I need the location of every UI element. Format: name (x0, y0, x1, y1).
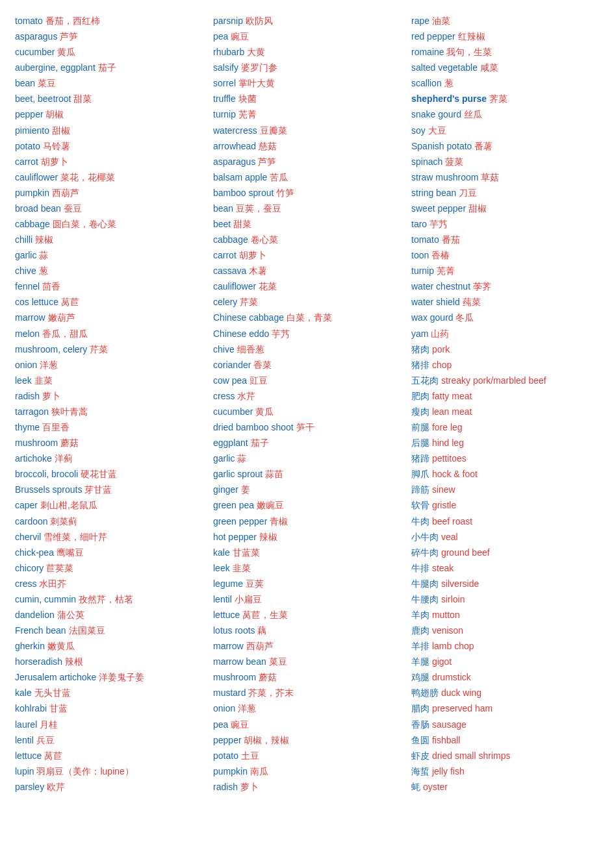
list-item: kale 无头甘蓝 (15, 685, 203, 701)
en-text: coriander (213, 360, 253, 370)
list-item: cabbage 圆白菜，卷心菜 (15, 216, 203, 232)
list-item: water chestnut 荸荠 (411, 279, 599, 294)
list-item: cress 水田芥 (15, 576, 203, 591)
list-item: turnip 芜菁 (411, 263, 599, 279)
list-item: carrot 胡萝卜 (15, 154, 203, 169)
list-item: chive 细香葱 (213, 341, 401, 357)
zh-text: 红辣椒 (458, 31, 485, 42)
zh-text: 荸荠 (473, 281, 491, 291)
en-text: radish (213, 782, 240, 792)
zh-text: 冬瓜 (455, 312, 474, 323)
zh-text: 芹菜 (240, 297, 258, 307)
en-text: turnip (213, 109, 238, 119)
zh-text: 羊肉 (411, 610, 432, 620)
list-item: spinach 菠菜 (411, 154, 599, 169)
en-text: taro (411, 219, 429, 229)
en-text: sinew (432, 484, 455, 495)
list-item: salsify 婆罗门参 (213, 60, 401, 75)
en-text: hock & foot (432, 469, 478, 479)
en-text: broccoli, brocoli (15, 469, 81, 479)
en-text: laurel (15, 719, 40, 730)
list-item: cumin, cummin 孜然芹，枯茗 (15, 591, 203, 607)
en-text: marrow (15, 312, 48, 323)
en-text: sweet pepper (411, 203, 468, 214)
en-text: onion (213, 703, 238, 713)
zh-text: 胡萝卜 (239, 250, 266, 260)
zh-text: 茴香 (42, 281, 60, 291)
zh-text: 碎牛肉 (411, 547, 441, 558)
en-text: wax gourd (411, 312, 455, 323)
zh-text: 豆荚，蚕豆 (236, 203, 281, 214)
zh-text: 刀豆 (459, 188, 477, 198)
zh-text: 竹笋 (276, 188, 294, 198)
zh-text: 软骨 (411, 500, 432, 510)
zh-text: 无头甘蓝 (34, 688, 71, 698)
en-text: shepherd's purse (411, 93, 489, 104)
en-text: cucumber (213, 406, 255, 417)
list-item: cassava 木薯 (213, 263, 401, 279)
zh-text: 韭菜 (34, 375, 53, 386)
en-text: turnip (411, 266, 437, 276)
en-text: gristle (432, 500, 456, 510)
en-text: cabbage (15, 219, 53, 229)
en-text: balsam apple (213, 172, 270, 182)
zh-text: 硬花甘蓝 (81, 469, 117, 479)
en-text: red pepper (411, 31, 458, 42)
zh-text: 豌豆 (231, 31, 249, 42)
zh-text: 婆罗门参 (241, 62, 277, 73)
zh-text: 牛排 (411, 563, 432, 573)
zh-text: 甜菜 (233, 219, 251, 229)
list-item: legume 豆荚 (213, 576, 401, 591)
zh-text: 花菜 (259, 281, 277, 291)
zh-text: 前腿 (411, 422, 432, 432)
en-text: water chestnut (411, 281, 473, 291)
en-text: fennel (15, 281, 42, 291)
en-text: chop (432, 360, 452, 370)
list-item: Chinese cabbage 白菜，青菜 (213, 310, 401, 325)
list-item: cabbage 卷心菜 (213, 232, 401, 247)
en-text: sirloin (441, 594, 465, 604)
zh-text: 肥肉 (411, 391, 432, 401)
en-text: cress (213, 391, 237, 401)
zh-text: 洋葱 (238, 703, 256, 713)
list-item: pea 豌豆 (213, 29, 401, 44)
list-item: pepper 胡椒 (15, 106, 203, 122)
list-item: salted vegetable 咸菜 (411, 60, 599, 75)
list-item: beet 甜菜 (213, 216, 401, 232)
zh-text: 芦笋 (60, 31, 78, 42)
zh-text: 雪维菜，细叶芹 (44, 532, 107, 542)
en-text: chervil (15, 532, 44, 542)
list-item: garlic 蒜 (213, 451, 401, 466)
zh-text: 洋蓟 (55, 453, 73, 464)
list-item: tomato 番茄，西红柿 (15, 13, 203, 29)
zh-text: 番薯 (474, 141, 492, 151)
zh-text: 腊肉 (411, 703, 432, 713)
en-text: mushroom (15, 438, 60, 448)
en-text: cress (15, 578, 39, 589)
list-item: dried bamboo shoot 笋干 (213, 419, 401, 435)
zh-text: 香肠 (411, 719, 432, 730)
list-item: parsley 欧芹 (15, 779, 203, 795)
zh-text: 法国菜豆 (69, 625, 105, 636)
zh-text: 蚕豆 (64, 203, 82, 214)
en-text: chicory (15, 563, 46, 573)
list-item: 鱼圆 fishball (411, 732, 599, 748)
list-item: marrow bean 菜豆 (213, 654, 401, 669)
en-text: veal (441, 532, 458, 542)
zh-text: 虾皮 (411, 750, 432, 761)
zh-text: 茄子 (251, 438, 269, 448)
en-text: sorrel (213, 78, 238, 88)
zh-text: 蒲公英 (57, 610, 84, 620)
en-text: melon (15, 329, 42, 339)
zh-text: 萝卜 (42, 391, 60, 401)
en-text: fatty meat (432, 391, 472, 401)
list-item: Brussels sprouts 芽甘蓝 (15, 482, 203, 497)
list-item: cucumber 黄瓜 (213, 404, 401, 419)
en-text: carrot (15, 156, 41, 167)
zh-text: 芋艿 (272, 329, 290, 339)
list-item: soy 大豆 (411, 123, 599, 138)
en-text: lupin (15, 766, 36, 776)
en-text: chive (213, 344, 237, 354)
list-item: wax gourd 冬瓜 (411, 310, 599, 325)
list-item: parsnip 欧防风 (213, 13, 401, 29)
